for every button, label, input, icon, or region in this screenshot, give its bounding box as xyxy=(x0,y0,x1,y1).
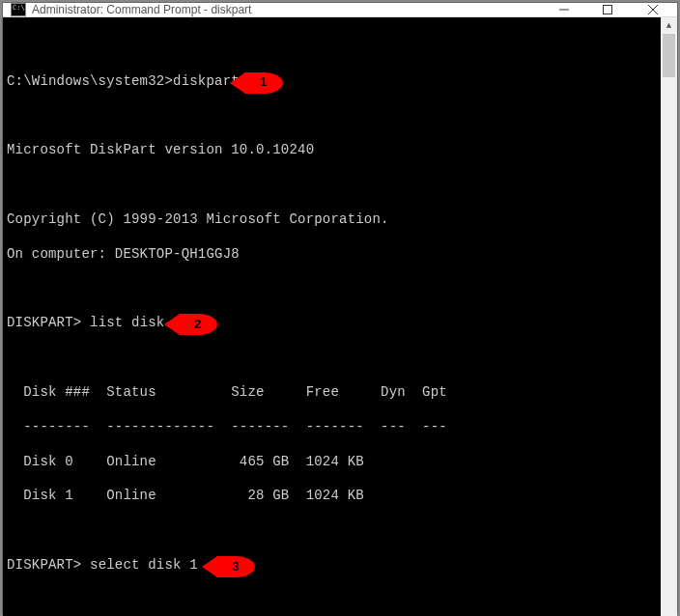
table-header: Disk ### Status Size Free Dyn Gpt xyxy=(7,384,657,402)
table-rule: -------- ------------- ------- ------- -… xyxy=(7,419,657,436)
annotation-callout-1: 1 xyxy=(244,72,283,94)
command-prompt-window: C:\ Administrator: Command Prompt - disk… xyxy=(2,2,678,614)
annotation-callout-3: 3 xyxy=(216,556,255,577)
prompt: DISKPART> xyxy=(7,315,81,330)
output-line: Copyright (C) 1999-2013 Microsoft Corpor… xyxy=(7,211,657,229)
table-row: Disk 1 Online 28 GB 1024 KB xyxy=(7,488,657,505)
maximize-button[interactable] xyxy=(585,3,629,16)
window-title: Administrator: Command Prompt - diskpart xyxy=(32,3,542,16)
command-text: list disk xyxy=(90,315,164,330)
scrollbar-thumb[interactable] xyxy=(663,34,675,77)
minimize-button[interactable] xyxy=(542,3,585,16)
output-line: Microsoft DiskPart version 10.0.10240 xyxy=(7,142,657,159)
scrollbar-track[interactable] xyxy=(661,34,677,616)
table-row: Disk 0 Online 465 GB 1024 KB xyxy=(7,454,657,471)
output-line: On computer: DESKTOP-QH1GGJ8 xyxy=(7,246,657,264)
prompt: C:\Windows\system32> xyxy=(7,73,173,89)
prompt: DISKPART> xyxy=(7,557,81,573)
svg-rect-1 xyxy=(603,6,611,14)
annotation-callout-2: 2 xyxy=(179,314,217,335)
cmd-icon: C:\ xyxy=(11,3,26,16)
close-button[interactable] xyxy=(629,3,677,16)
terminal-output[interactable]: C:\Windows\system32>diskpart1 Microsoft … xyxy=(3,17,661,616)
titlebar[interactable]: C:\ Administrator: Command Prompt - disk… xyxy=(3,3,677,17)
window-controls xyxy=(542,3,677,16)
scroll-up-icon[interactable]: ▲ xyxy=(661,17,677,34)
scrollbar[interactable]: ▲ ▼ xyxy=(661,17,677,616)
command-text: select disk 1 xyxy=(90,557,198,573)
client-area: C:\Windows\system32>diskpart1 Microsoft … xyxy=(3,17,677,616)
